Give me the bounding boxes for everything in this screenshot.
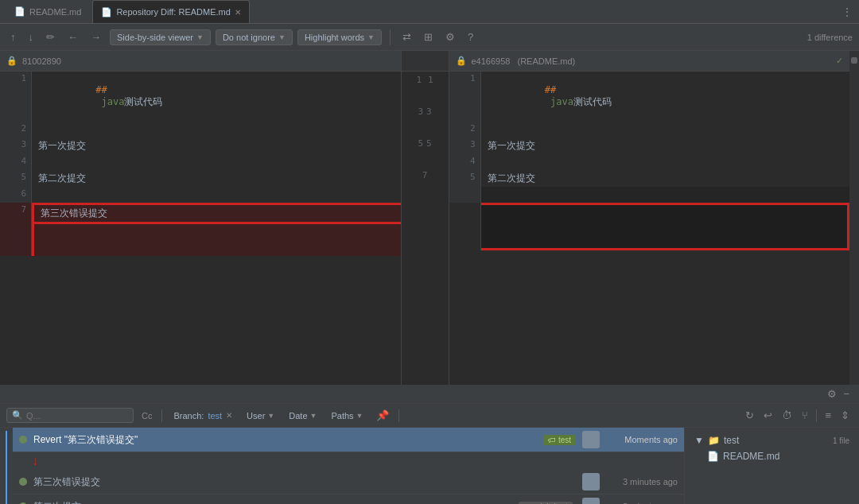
- arrow-row: ↓: [13, 452, 684, 470]
- commit-time-1: Moments ago: [606, 435, 678, 444]
- middle-gutter: 1 1 3 3 5 5 7: [402, 51, 449, 385]
- tree-file-label: README.md: [723, 451, 779, 462]
- tab-repo-diff[interactable]: 📄 Repository Diff: README.md ✕: [92, 0, 249, 23]
- right-gutter-1: 1: [449, 72, 481, 122]
- left-content-3: 第一次提交: [32, 138, 401, 154]
- bottom-toolbar: 🔍 Cc Branch: test ✕ User ▼ Date ▼ Paths …: [0, 404, 859, 428]
- case-filter-btn[interactable]: Cc: [138, 409, 155, 422]
- expand-btn[interactable]: ≡: [822, 408, 834, 423]
- tree-file-item[interactable]: 📄 README.md: [691, 448, 853, 464]
- right-gutter-4: 4: [449, 154, 481, 170]
- commit-message-2: 第三次错误提交: [33, 475, 576, 489]
- commit-list: Revert "第三次错误提交" 🏷 test Moments ago ↓ 第三…: [13, 428, 684, 504]
- left-gutter-3: 3: [0, 138, 32, 154]
- right-diff-panel: 🔒 e4166958 (README.md) ✓ 1 ## java测试代码 2…: [449, 51, 850, 385]
- bt-right-buttons: ↻ ↩ ⏱ ⑂ ≡ ⇕: [742, 408, 853, 423]
- bottom-gear-btn[interactable]: ⚙: [824, 386, 840, 401]
- nav-back-btn[interactable]: ←: [64, 29, 82, 45]
- left-gutter-8: [0, 224, 32, 256]
- highlight-dropdown[interactable]: Highlight words ▼: [297, 29, 382, 45]
- undo-btn[interactable]: ↩: [760, 408, 775, 423]
- viewer-dropdown[interactable]: Side-by-side viewer ▼: [110, 29, 211, 45]
- right-hash-symbol: ##: [545, 84, 556, 95]
- left-gutter-7: 7: [0, 203, 32, 224]
- paths-dropdown[interactable]: Paths ▼: [326, 409, 367, 422]
- right-line-6: [449, 187, 850, 203]
- right-line-2: 2: [449, 122, 850, 138]
- mg-num-1-right: 1: [428, 75, 433, 85]
- commit-search-input[interactable]: [26, 411, 128, 421]
- right-line-7: [449, 203, 850, 250]
- left-lock-icon: 🔒: [6, 56, 17, 66]
- branch-btn[interactable]: ⑂: [799, 408, 811, 423]
- highlight-arrow-icon: ▼: [367, 33, 375, 41]
- commit-dot-2: [19, 478, 27, 486]
- user-dropdown[interactable]: User ▼: [242, 409, 279, 422]
- bottom-content: Revert "第三次错误提交" 🏷 test Moments ago ↓ 第三…: [0, 428, 859, 504]
- branch-close-icon[interactable]: ✕: [226, 411, 232, 420]
- tree-folder-item[interactable]: ▼ 📁 test 1 file: [691, 432, 853, 448]
- bottom-minus-btn[interactable]: −: [840, 386, 853, 401]
- collapse-btn[interactable]: ⇕: [838, 408, 853, 423]
- tab-close-icon[interactable]: ✕: [235, 8, 241, 17]
- pin-btn[interactable]: 📌: [373, 408, 392, 423]
- left-content-5: 第二次提交: [32, 170, 401, 187]
- tab-bar: 📄 README.md 📄 Repository Diff: README.md…: [0, 0, 859, 24]
- ignore-dropdown[interactable]: Do not ignore ▼: [216, 29, 293, 45]
- diff-switch-icon[interactable]: ⇄: [398, 29, 415, 45]
- scrollbar-thumb: [851, 57, 857, 64]
- tag-icon: 🏷: [548, 436, 556, 444]
- left-gutter-1: 1: [0, 72, 32, 122]
- commit-row-3[interactable]: 第二次提交 🏷 origin/test 3 minutes ago: [13, 494, 684, 504]
- down-arrow-icon: ↓: [32, 454, 38, 468]
- nav-fwd-btn[interactable]: →: [87, 29, 105, 45]
- gear-icon[interactable]: ⚙: [441, 29, 459, 45]
- nav-up-btn[interactable]: ↑: [6, 29, 20, 45]
- commit-dot-1: [19, 436, 27, 444]
- edit-btn[interactable]: ✏: [42, 29, 59, 45]
- left-line-1: 1 ## java测试代码: [0, 72, 401, 122]
- right-line-1: 1 ## java测试代码: [449, 72, 850, 122]
- right-content-3: 第一次提交: [481, 138, 850, 154]
- right-gutter-7: [449, 203, 481, 250]
- viewer-label: Side-by-side viewer: [117, 33, 193, 42]
- right-content-4: [481, 154, 850, 170]
- clock-btn[interactable]: ⏱: [779, 408, 795, 423]
- bt-sep-1: [161, 409, 162, 422]
- file-tree-icon: 📄: [707, 451, 719, 462]
- branch-dropdown[interactable]: Branch: test ✕: [169, 409, 237, 422]
- commit-avatar-3: [582, 498, 600, 504]
- left-gutter-6: 6: [0, 187, 32, 203]
- commit-time-2: 3 minutes ago: [606, 477, 678, 487]
- paths-label: Paths: [331, 411, 353, 421]
- right-check-icon: ✓: [836, 56, 843, 66]
- test-code-text: 测试代码: [124, 96, 162, 107]
- right-lock-icon: 🔒: [456, 56, 467, 66]
- commit-avatar-1: [582, 431, 600, 448]
- tab-readme[interactable]: 📄 README.md: [6, 0, 89, 23]
- commit-row-1[interactable]: Revert "第三次错误提交" 🏷 test Moments ago: [13, 428, 684, 452]
- tree-file-count: 1 file: [833, 436, 849, 445]
- right-scrollbar[interactable]: [849, 51, 859, 385]
- bottom-section: ⚙ − 🔍 Cc Branch: test ✕ User ▼ Date ▼ Pa…: [0, 385, 859, 504]
- refresh-btn[interactable]: ↻: [742, 408, 757, 423]
- diff-toolbar: ↑ ↓ ✏ ← → Side-by-side viewer ▼ Do not i…: [0, 24, 859, 51]
- left-diff-content: 1 ## java测试代码 2 3 第一次提交 4: [0, 72, 401, 385]
- mg-num-5-left: 5: [418, 138, 423, 149]
- right-line-3: 3 第一次提交: [449, 138, 850, 154]
- date-dropdown[interactable]: Date ▼: [284, 409, 321, 422]
- left-line-7: 7 第三次错误提交: [0, 203, 401, 224]
- left-content-4: [32, 154, 401, 170]
- commit-row-2[interactable]: 第三次错误提交 3 minutes ago: [13, 470, 684, 494]
- commit-search-box[interactable]: 🔍: [6, 408, 134, 423]
- ignore-label: Do not ignore: [223, 33, 275, 42]
- left-gutter-2: 2: [0, 122, 32, 138]
- ignore-arrow-icon: ▼: [278, 33, 286, 41]
- grid-icon[interactable]: ⊞: [420, 29, 437, 45]
- tab-options-icon[interactable]: ⋮: [842, 6, 853, 18]
- date-label: Date: [289, 411, 307, 421]
- help-icon[interactable]: ?: [464, 29, 477, 45]
- nav-down-btn[interactable]: ↓: [25, 29, 38, 45]
- left-line-6: 6: [0, 187, 401, 203]
- right-line-5: 5 第二次提交: [449, 170, 850, 187]
